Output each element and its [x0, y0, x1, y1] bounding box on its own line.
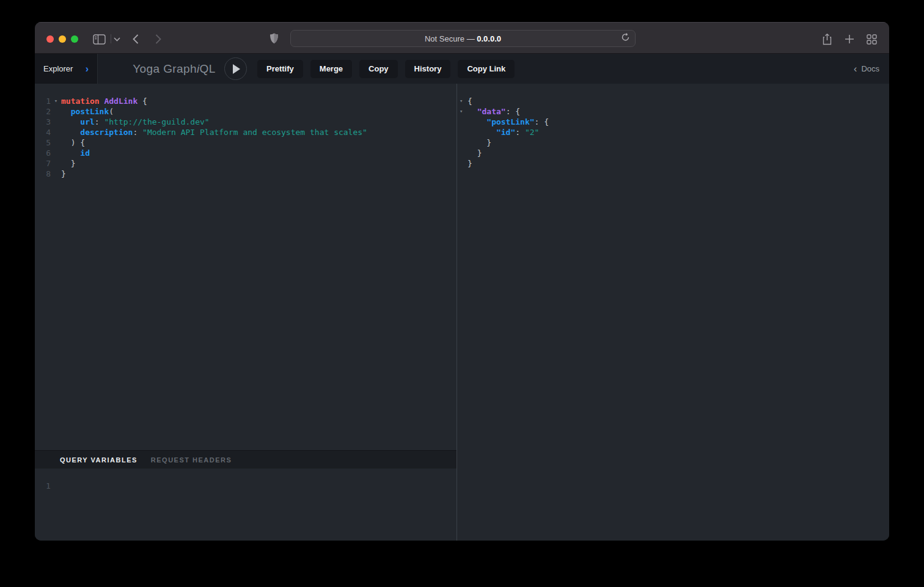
code-text: description: "Modern API Platform and ec…	[61, 127, 367, 137]
main-content: 1▾mutation AddLink {2 postLink(3 url: "h…	[35, 84, 889, 541]
code-text: url: "http://the-guild.dev"	[61, 117, 210, 127]
line-number: 1	[35, 96, 51, 106]
chevron-left-icon: ‹	[854, 64, 857, 75]
code-text: "data": {	[468, 106, 520, 117]
code-line: 1▾mutation AddLink {	[35, 96, 457, 106]
copy-button[interactable]: Copy	[359, 60, 398, 78]
tab-request-headers[interactable]: REQUEST HEADERS	[151, 456, 232, 464]
privacy-shield-icon[interactable]	[270, 33, 279, 44]
forward-button-icon[interactable]	[155, 34, 161, 44]
chevron-down-icon[interactable]	[114, 37, 120, 42]
merge-button[interactable]: Merge	[310, 60, 352, 78]
share-icon[interactable]	[822, 34, 832, 45]
tab-query-variables[interactable]: QUERY VARIABLES	[60, 456, 138, 464]
code-line: ▾ "data": {	[457, 106, 889, 117]
code-line: 1	[35, 481, 457, 491]
toolbar-buttons: Prettify Merge Copy History Copy Link	[257, 54, 515, 84]
line-number: 3	[35, 117, 51, 127]
tab-overview-icon[interactable]	[867, 34, 877, 45]
line-number: 2	[35, 106, 51, 117]
fold-gutter	[460, 158, 468, 169]
query-editor[interactable]: 1▾mutation AddLink {2 postLink(3 url: "h…	[35, 84, 457, 450]
fold-gutter	[460, 148, 468, 158]
editor-pane: 1▾mutation AddLink {2 postLink(3 url: "h…	[35, 84, 457, 541]
zoom-window-button[interactable]	[71, 35, 78, 43]
code-text: }	[468, 148, 482, 158]
fold-gutter	[51, 158, 61, 169]
chevron-right-icon: ›	[86, 64, 89, 75]
secondary-editor-tabs: QUERY VARIABLES REQUEST HEADERS	[35, 450, 457, 469]
copy-link-button[interactable]: Copy Link	[458, 60, 515, 78]
code-text: id	[61, 148, 90, 158]
explorer-toggle[interactable]: Explorer ›	[35, 54, 98, 84]
code-line: }	[457, 148, 889, 158]
code-line: "id": "2"	[457, 127, 889, 137]
fold-gutter	[51, 106, 61, 117]
code-line: ▾{	[457, 96, 889, 106]
code-text: "id": "2"	[468, 127, 539, 137]
prettify-button[interactable]: Prettify	[257, 60, 303, 78]
fold-arrow-icon[interactable]: ▾	[460, 106, 468, 117]
browser-chrome: Not Secure — 0.0.0.0	[35, 22, 889, 54]
code-text: }	[61, 169, 66, 179]
fold-gutter	[51, 127, 61, 137]
line-number: 8	[35, 169, 51, 179]
address-bar-text: Not Secure — 0.0.0.0	[425, 34, 501, 43]
code-text: }	[468, 137, 491, 148]
fold-gutter	[51, 169, 61, 179]
docs-label: Docs	[861, 64, 879, 73]
fold-gutter	[460, 117, 468, 127]
fold-gutter	[460, 127, 468, 137]
fold-gutter	[51, 117, 61, 127]
play-icon	[233, 64, 240, 74]
new-tab-icon[interactable]	[845, 34, 854, 44]
line-number: 7	[35, 158, 51, 169]
code-line: }	[457, 137, 889, 148]
code-line: 7 }	[35, 158, 457, 169]
history-button[interactable]: History	[405, 60, 451, 78]
code-line: 5 ) {	[35, 137, 457, 148]
close-window-button[interactable]	[46, 35, 54, 43]
query-variables-editor[interactable]: 1	[35, 469, 457, 541]
fold-arrow-icon[interactable]: ▾	[460, 96, 468, 106]
code-text: mutation AddLink {	[61, 96, 147, 106]
code-line: 8}	[35, 169, 457, 179]
line-number: 1	[35, 481, 57, 491]
code-line: }	[457, 158, 889, 169]
reload-icon[interactable]	[622, 33, 629, 44]
divider	[111, 34, 111, 43]
line-number: 5	[35, 137, 51, 148]
fold-gutter	[460, 137, 468, 148]
code-line: 6 id	[35, 148, 457, 158]
code-line: 3 url: "http://the-guild.dev"	[35, 117, 457, 127]
code-text: }	[468, 158, 472, 169]
code-line: "postLink": {	[457, 117, 889, 127]
back-button-icon[interactable]	[133, 34, 139, 44]
fold-arrow-icon[interactable]: ▾	[51, 96, 61, 106]
fold-gutter	[51, 137, 61, 148]
sidebar-toggle-icon[interactable]	[93, 34, 106, 45]
code-line: 4 description: "Modern API Platform and …	[35, 127, 457, 137]
address-bar[interactable]: Not Secure — 0.0.0.0	[290, 30, 636, 47]
minimize-window-button[interactable]	[59, 35, 66, 43]
line-number: 4	[35, 127, 51, 137]
code-text: {	[468, 96, 472, 106]
code-text: ) {	[61, 137, 85, 148]
code-text: postLink(	[61, 106, 114, 117]
execute-query-button[interactable]	[224, 57, 247, 80]
browser-window: Not Secure — 0.0.0.0	[35, 22, 889, 541]
code-line: 2 postLink(	[35, 106, 457, 117]
graphiql-toolbar: Explorer › Yoga GraphiQL Prettify Merge …	[35, 54, 889, 84]
explorer-label: Explorer	[43, 64, 73, 73]
response-viewer: ▾{▾ "data": { "postLink": { "id": "2" } …	[457, 84, 889, 541]
line-number: 6	[35, 148, 51, 158]
code-text: "postLink": {	[468, 117, 549, 127]
code-text: }	[61, 158, 75, 169]
fold-gutter	[51, 148, 61, 158]
docs-button[interactable]: ‹ Docs	[854, 54, 879, 84]
